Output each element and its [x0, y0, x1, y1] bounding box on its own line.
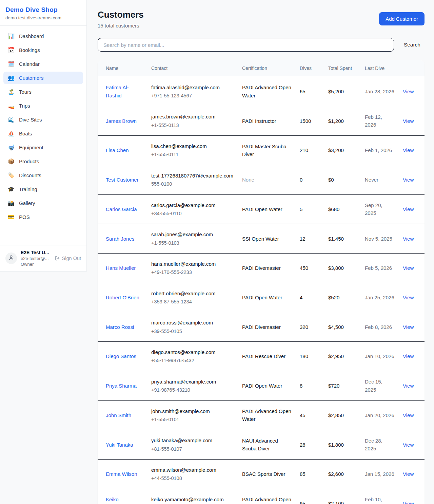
total-spent-cell: $3,800	[324, 254, 361, 283]
customer-name-link[interactable]: Diego Santos	[106, 353, 136, 359]
view-link[interactable]: View	[403, 206, 414, 212]
sidebar-item-dive-sites[interactable]: 🌊 Dive Sites	[3, 113, 83, 126]
gallery-icon: 📸	[8, 200, 15, 206]
last-dive-cell: Feb 12, 2026	[361, 106, 399, 136]
customer-name-link[interactable]: Marco Rossi	[106, 324, 134, 330]
view-link[interactable]: View	[403, 177, 414, 183]
view-link[interactable]: View	[403, 118, 414, 124]
contact-cell: robert.obrien@example.com +353-87-555-12…	[147, 283, 238, 312]
sidebar-item-discounts[interactable]: 🏷️ Discounts	[3, 169, 83, 182]
sidebar-item-trips[interactable]: 🚤 Trips	[3, 99, 83, 112]
sidebar-item-label: Dashboard	[19, 33, 44, 39]
view-link[interactable]: View	[403, 324, 414, 330]
customer-name-link[interactable]: Sarah Jones	[106, 236, 134, 242]
certification-cell: None	[238, 165, 296, 194]
sign-out-button[interactable]: Sign Out	[55, 256, 81, 261]
view-link[interactable]: View	[403, 236, 414, 242]
search-input[interactable]	[98, 38, 394, 52]
bookings-icon: 📅	[8, 47, 15, 53]
certification-cell: PADI Advanced Open Water	[238, 400, 296, 430]
certification-cell: PADI Open Water	[238, 283, 296, 312]
table-row: Test Customer test-1772681807767@example…	[98, 165, 425, 194]
customer-name-link[interactable]: Emma Wilson	[106, 471, 137, 477]
sidebar-item-label: Gallery	[19, 200, 35, 206]
last-dive-cell: Jan 10, 2026	[361, 342, 399, 371]
certification-cell: PADI Divemaster	[238, 254, 296, 283]
customer-email: john.smith@example.com	[151, 407, 234, 415]
pos-icon: 💳	[8, 214, 15, 220]
sidebar-nav: 📊 Dashboard 📅 Bookings 🗓️ Calendar 👥 Cus…	[0, 26, 86, 245]
last-dive-cell: Never	[361, 165, 399, 194]
sidebar: Demo Dive Shop demo.test.divestreams.com…	[0, 0, 87, 272]
customer-name-link[interactable]: Fatima Al-Rashid	[106, 85, 129, 98]
user-name: E2E Test U...	[21, 250, 51, 255]
customer-email: yuki.tanaka@example.com	[151, 436, 234, 444]
view-link[interactable]: View	[403, 147, 414, 153]
dives-cell: 85	[296, 460, 324, 489]
sidebar-item-products[interactable]: 📦 Products	[3, 155, 83, 168]
total-spent-cell: $4,500	[324, 312, 361, 342]
view-link[interactable]: View	[403, 471, 414, 477]
dives-cell: 210	[296, 136, 324, 165]
view-link[interactable]: View	[403, 412, 414, 418]
table-row: Lisa Chen lisa.chen@example.com +1-555-0…	[98, 136, 425, 165]
shop-name: Demo Dive Shop	[5, 6, 81, 14]
sidebar-item-calendar[interactable]: 🗓️ Calendar	[3, 58, 83, 70]
contact-cell: hans.mueller@example.com +49-170-555-223…	[147, 254, 238, 283]
contact-cell: keiko.yamamoto@example.com +81-90-1234-5…	[147, 489, 238, 504]
customer-name-link[interactable]: Robert O'Brien	[106, 295, 139, 300]
customer-count: 15 total customers	[98, 23, 144, 29]
sidebar-item-customers[interactable]: 👥 Customers	[3, 72, 83, 84]
sidebar-item-label: Training	[19, 186, 37, 192]
customer-name-link[interactable]: John Smith	[106, 412, 131, 418]
table-header: NameContactCertificationDivesTotal Spent…	[98, 60, 425, 77]
sidebar-item-label: Boats	[19, 131, 32, 136]
products-icon: 📦	[8, 158, 15, 165]
customer-name-link[interactable]: James Brown	[106, 118, 137, 124]
sidebar-item-training[interactable]: 🎓 Training	[3, 183, 83, 195]
sidebar-item-label: Equipment	[19, 145, 43, 150]
dives-cell: 28	[296, 430, 324, 460]
view-link[interactable]: View	[403, 501, 414, 504]
sidebar-item-equipment[interactable]: 🤿 Equipment	[3, 141, 83, 154]
customer-email: fatima.alrashid@example.com	[151, 83, 234, 91]
view-link[interactable]: View	[403, 295, 414, 300]
sidebar-item-bookings[interactable]: 📅 Bookings	[3, 44, 83, 56]
column-header-total-spent: Total Spent	[324, 60, 361, 77]
search-button[interactable]: Search	[403, 40, 421, 49]
view-link[interactable]: View	[403, 265, 414, 271]
view-link[interactable]: View	[403, 442, 414, 448]
dives-cell: 95	[296, 489, 324, 504]
customer-name-link[interactable]: Yuki Tanaka	[106, 442, 133, 448]
total-spent-cell: $720	[324, 371, 361, 400]
customer-email: priya.sharma@example.com	[151, 378, 234, 386]
user-role: Owner	[21, 262, 51, 267]
sidebar-item-label: Products	[19, 158, 39, 164]
customer-name-link[interactable]: Priya Sharma	[106, 383, 137, 389]
main-content: Customers 15 total customers Add Custome…	[87, 0, 434, 504]
calendar-icon: 🗓️	[8, 61, 15, 67]
sidebar-item-boats[interactable]: ⛵ Boats	[3, 127, 83, 140]
customer-phone: +91-98765-43210	[151, 386, 234, 394]
sidebar-item-gallery[interactable]: 📸 Gallery	[3, 197, 83, 209]
sidebar-item-tours[interactable]: 🏝️ Tours	[3, 86, 83, 98]
customer-name-link[interactable]: Keiko Yamamoto	[106, 497, 130, 504]
customer-name-link[interactable]: Lisa Chen	[106, 147, 129, 153]
add-customer-button[interactable]: Add Customer	[379, 12, 425, 25]
sidebar-footer: E2E Test U... e2e-tester@... Owner Sign …	[0, 245, 86, 271]
page-title: Customers	[98, 10, 144, 20]
sidebar-item-dashboard[interactable]: 📊 Dashboard	[3, 30, 83, 42]
view-link[interactable]: View	[403, 89, 414, 94]
column-header-last-dive: Last Dive	[361, 60, 399, 77]
view-link[interactable]: View	[403, 383, 414, 389]
view-link[interactable]: View	[403, 353, 414, 359]
customer-name-link[interactable]: Hans Mueller	[106, 265, 136, 271]
customer-name-link[interactable]: Carlos Garcia	[106, 206, 137, 212]
column-header-certification: Certification	[238, 60, 296, 77]
sidebar-item-pos[interactable]: 💳 POS	[3, 211, 83, 223]
customer-name-link[interactable]: Test Customer	[106, 177, 139, 183]
user-info: E2E Test U... e2e-tester@... Owner	[21, 250, 51, 267]
dives-cell: 8	[296, 371, 324, 400]
trips-icon: 🚤	[8, 102, 15, 109]
last-dive-cell: Feb 1, 2026	[361, 136, 399, 165]
